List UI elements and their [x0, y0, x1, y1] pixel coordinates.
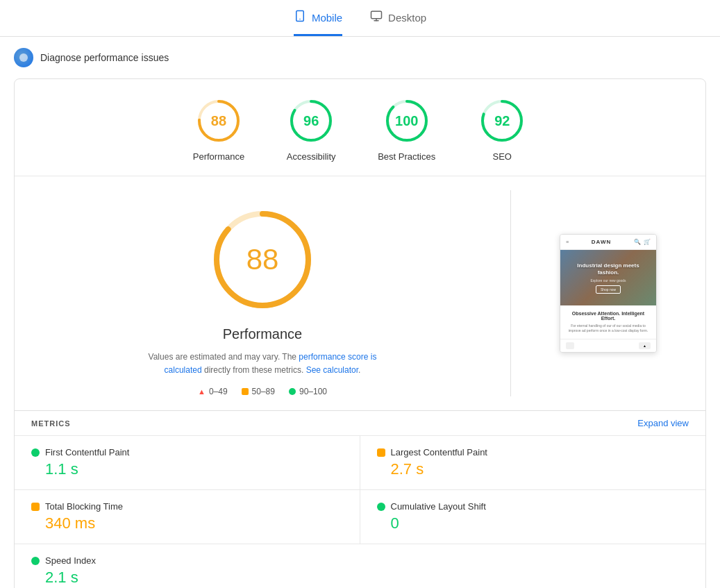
- score-item-best-practices[interactable]: 100 Best Practices: [378, 96, 435, 162]
- desktop-icon: [370, 10, 383, 26]
- metric-fcp-value: 1.1 s: [31, 460, 343, 478]
- metric-tbt-value: 340 ms: [31, 514, 343, 532]
- legend-orange: 50–89: [242, 387, 275, 396]
- metric-fcp-dot: [31, 448, 40, 457]
- score-item-accessibility[interactable]: 96 Accessibility: [286, 96, 336, 162]
- preview-body-text: For eternal handling of our of our socia…: [566, 324, 651, 333]
- legend-orange-range: 50–89: [252, 387, 275, 396]
- metric-fcp: First Contentful Paint 1.1 s: [15, 436, 360, 490]
- score-item-seo[interactable]: 92 SEO: [477, 96, 527, 162]
- scores-row: 88 Performance 96 Accessibility 10: [15, 79, 705, 176]
- preview-body-title: Obsessive Attention. Intelligent Effort.: [566, 311, 651, 321]
- score-circle-seo: 92: [477, 96, 527, 146]
- metric-si-dot: [31, 557, 40, 565]
- perf-desc-text2: directly from these metrics.: [202, 365, 306, 375]
- metric-fcp-name-row: First Contentful Paint: [31, 447, 343, 457]
- search-icon: 🔍: [634, 239, 641, 245]
- preview-header-icons: 🔍 🛒: [634, 239, 651, 245]
- metrics-header: METRICS Expand view: [15, 410, 705, 435]
- tab-bar: Mobile Desktop: [0, 0, 720, 37]
- cart-icon: 🛒: [644, 239, 651, 245]
- legend-red-range: 0–49: [209, 387, 228, 396]
- preview-header: ≡ DAWN 🔍 🛒: [560, 235, 656, 250]
- score-circle-best-practices: 100: [382, 96, 432, 146]
- metric-cls-value: 0: [377, 514, 689, 532]
- score-card: 88 Performance 96 Accessibility 10: [14, 78, 706, 588]
- metric-cls-name: Cumulative Layout Shift: [391, 501, 486, 512]
- score-circle-accessibility: 96: [286, 96, 336, 146]
- right-panel: ≡ DAWN 🔍 🛒 Industrial design meets fashi…: [532, 190, 685, 396]
- score-label-best-practices: Best Practices: [378, 151, 435, 162]
- score-value-best-practices: 100: [395, 113, 418, 129]
- expand-view-button[interactable]: Expand view: [637, 418, 689, 428]
- detail-section: 88 Performance Values are estimated and …: [15, 176, 705, 410]
- metric-lcp-name-row: Largest Contentful Paint: [377, 447, 689, 457]
- preview-footer-btn1[interactable]: [566, 342, 574, 349]
- metric-lcp-dot: [377, 448, 385, 457]
- score-value-seo: 92: [494, 113, 510, 129]
- metric-cls-name-row: Cumulative Layout Shift: [377, 501, 689, 512]
- preview-hero-btn: Shop now: [596, 285, 621, 294]
- metric-lcp: Largest Contentful Paint 2.7 s: [360, 436, 706, 490]
- legend-triangle-icon: ▲: [198, 387, 206, 396]
- left-panel: 88 Performance Values are estimated and …: [35, 190, 489, 396]
- metric-lcp-name: Largest Contentful Paint: [391, 447, 487, 457]
- metric-tbt: Total Blocking Time 340 ms: [15, 490, 360, 544]
- preview-footer: ▲: [560, 339, 656, 352]
- legend-red: ▲ 0–49: [198, 387, 228, 396]
- metric-si-value: 2.1 s: [31, 569, 344, 587]
- diagnose-icon: [14, 48, 33, 67]
- metric-si-name: Speed Index: [45, 555, 96, 566]
- legend-green-range: 90–100: [299, 387, 327, 396]
- perf-desc-text3: .: [358, 365, 360, 375]
- score-item-performance[interactable]: 88 Performance: [193, 96, 244, 162]
- score-label-performance: Performance: [193, 151, 244, 162]
- legend-circle-icon: [289, 388, 296, 395]
- score-circle-performance: 88: [194, 96, 244, 146]
- metrics-grid: First Contentful Paint 1.1 s Largest Con…: [15, 435, 705, 588]
- metric-cls: Cumulative Layout Shift 0: [360, 490, 706, 544]
- tab-mobile[interactable]: Mobile: [294, 10, 342, 36]
- metric-tbt-dot: [31, 503, 40, 511]
- preview-footer-btn2[interactable]: ▲: [639, 342, 651, 349]
- metric-cls-dot: [377, 503, 385, 511]
- perf-see-calc-link[interactable]: See calculator: [306, 365, 358, 375]
- preview-site-name: DAWN: [592, 239, 611, 245]
- metric-tbt-name-row: Total Blocking Time: [31, 501, 343, 512]
- legend-green: 90–100: [289, 387, 327, 396]
- preview-hero: Industrial design meets fashion. Explore…: [560, 250, 656, 305]
- legend-square-icon: [242, 388, 249, 395]
- tab-desktop[interactable]: Desktop: [370, 10, 426, 36]
- tab-mobile-label: Mobile: [312, 12, 342, 24]
- metric-fcp-name: First Contentful Paint: [45, 447, 129, 457]
- mobile-icon: [294, 10, 306, 26]
- metric-tbt-name: Total Blocking Time: [45, 501, 123, 512]
- perf-title: Performance: [223, 326, 303, 342]
- score-value-accessibility: 96: [303, 113, 319, 129]
- preview-hero-sub: Explore our new goods: [590, 278, 626, 283]
- preview-body: Obsessive Attention. Intelligent Effort.…: [560, 305, 656, 339]
- diagnose-row: Diagnose performance issues: [0, 37, 720, 78]
- diagnose-text: Diagnose performance issues: [40, 52, 169, 63]
- tab-desktop-label: Desktop: [388, 12, 426, 24]
- score-label-seo: SEO: [493, 151, 512, 162]
- metric-si-name-row: Speed Index: [31, 555, 344, 566]
- metrics-label: METRICS: [31, 419, 71, 428]
- legend: ▲ 0–49 50–89 90–100: [198, 387, 327, 396]
- metric-si: Speed Index 2.1 s: [15, 544, 360, 588]
- score-label-accessibility: Accessibility: [287, 151, 336, 162]
- perf-desc-text1: Values are estimated and may vary. The: [149, 352, 299, 362]
- score-value-performance: 88: [211, 113, 226, 129]
- perf-desc: Values are estimated and may vary. The p…: [131, 351, 394, 377]
- vertical-divider: [510, 190, 511, 396]
- preview-hero-title: Industrial design meets fashion.: [566, 262, 651, 277]
- metric-lcp-value: 2.7 s: [377, 460, 689, 478]
- site-preview: ≡ DAWN 🔍 🛒 Industrial design meets fashi…: [560, 234, 657, 353]
- big-score-value: 88: [246, 243, 279, 276]
- svg-rect-2: [371, 11, 382, 19]
- big-score-circle: 88: [207, 204, 318, 315]
